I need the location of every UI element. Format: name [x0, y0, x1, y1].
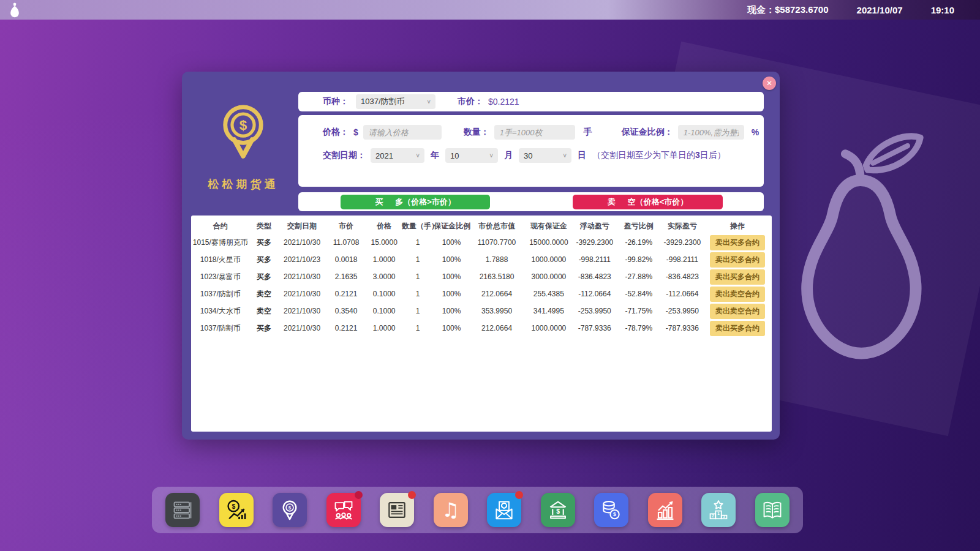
column-header: 保证金比例	[434, 218, 469, 234]
contract-cell: 1023/暴富币	[191, 268, 250, 285]
deposit-cell: 255.4385	[524, 285, 573, 302]
floating-pl-cell: -998.2111	[573, 251, 616, 268]
pl-ratio-cell: -78.79%	[616, 320, 662, 337]
market-price-cell: 0.2121	[326, 285, 366, 302]
market-value-cell: 1.7888	[469, 251, 524, 268]
year-select[interactable]: 2021˅	[371, 148, 424, 163]
action-cell: 卖出买多合约	[703, 320, 772, 337]
column-header: 浮动盈亏	[573, 218, 616, 234]
pl-ratio-cell: -52.84%	[616, 285, 662, 302]
table-row: 1018/火星币 买多 2021/10/23 0.0018 1.0000 1 1…	[191, 251, 772, 268]
actual-pl-cell: -253.9950	[662, 302, 703, 320]
sell-contract-button[interactable]: 卖出买多合约	[710, 252, 765, 268]
column-header: 合约	[191, 218, 250, 234]
action-cell: 卖出买多合约	[703, 234, 772, 251]
coins-app[interactable]: $	[594, 493, 628, 527]
currency-select[interactable]: 1037/防割币 ˅	[356, 94, 435, 109]
market-value-cell: 212.0664	[469, 285, 524, 302]
contracts-header-row: 合约类型交割日期市价价格数量（手）保证金比例市价总市值现有保证金浮动盈亏盈亏比例…	[191, 218, 772, 234]
pear-wallpaper-icon	[773, 127, 948, 375]
futures-trading-window: ✕ $ 松松期货通 币种： 1037/防割币 ˅ 市价： $0.2121	[182, 72, 780, 440]
price-input[interactable]	[363, 125, 442, 140]
column-header: 市价总市值	[469, 218, 524, 234]
server-app[interactable]	[165, 493, 200, 527]
action-cell: 卖出卖空合约	[703, 302, 772, 320]
day-select[interactable]: 30˅	[519, 148, 571, 163]
contract-cell: 1037/防割币	[191, 285, 250, 302]
table-row: 1037/防割币 买多 2021/10/30 0.2121 1.0000 1 1…	[191, 320, 772, 337]
delivery-date-cell: 2021/10/30	[278, 234, 326, 251]
dollar-pin-icon: $	[217, 101, 270, 168]
svg-text:$: $	[613, 511, 616, 517]
chat-icon	[332, 498, 355, 522]
delivery-date-cell: 2021/10/30	[278, 302, 326, 320]
news-app[interactable]	[380, 493, 414, 527]
server-icon	[171, 498, 194, 522]
action-cell: 卖出卖空合约	[703, 285, 772, 302]
deposit-cell: 3000.0000	[524, 268, 573, 285]
market-value-cell: 11070.7700	[469, 234, 524, 251]
desktop: 现金：$58723.6700 2021/10/07 19:10 ✕ $ 松松期货…	[0, 0, 980, 551]
column-header: 类型	[250, 218, 278, 234]
chat-app[interactable]	[326, 493, 361, 527]
sell-short-button[interactable]: 卖空（价格<市价）	[573, 195, 723, 209]
market-price-cell: 0.3540	[326, 302, 366, 320]
market-price-cell: 2.1635	[326, 268, 366, 285]
sell-contract-button[interactable]: 卖出买多合约	[710, 321, 765, 336]
table-row: 1015/赛博朋克币 买多 2021/10/30 11.0708 15.0000…	[191, 234, 772, 251]
deposit-cell: 1000.0000	[524, 251, 573, 268]
contract-cell: 1034/大水币	[191, 302, 250, 320]
top-status-bar: 现金：$58723.6700 2021/10/07 19:10	[0, 0, 980, 20]
floating-pl-cell: -253.9950	[573, 302, 616, 320]
rank-app[interactable]: 2 1 3	[701, 493, 736, 527]
margin-input[interactable]	[678, 125, 744, 140]
market-price-value: $0.2121	[488, 97, 519, 107]
contracts-table: 合约类型交割日期市价价格数量（手）保证金比例市价总市值现有保证金浮动盈亏盈亏比例…	[191, 218, 772, 337]
column-header: 数量（手）	[402, 218, 434, 234]
futures-app[interactable]: $	[273, 493, 307, 527]
quantity-cell: 1	[402, 320, 434, 337]
stock-app[interactable]: $	[219, 493, 254, 527]
quantity-cell: 1	[402, 302, 434, 320]
svg-text:3: 3	[723, 515, 725, 519]
bank-app[interactable]: $	[541, 493, 575, 527]
type-cell: 卖空	[250, 285, 278, 302]
contracts-tbody: 1015/赛博朋克币 买多 2021/10/30 11.0708 15.0000…	[191, 234, 772, 337]
actual-pl-cell: -998.2111	[662, 251, 703, 268]
music-app[interactable]: ♫	[434, 493, 468, 527]
type-cell: 买多	[250, 234, 278, 251]
sell-contract-button[interactable]: 卖出卖空合约	[710, 287, 765, 302]
column-header: 市价	[326, 218, 366, 234]
contract-cell: 1015/赛博朋克币	[191, 234, 250, 251]
stock-chart-icon: $	[225, 498, 248, 522]
qty-input[interactable]	[494, 125, 575, 140]
contract-cell: 1018/火星币	[191, 251, 250, 268]
trade-button-bar: 买多（价格>市价） 卖空（价格<市价）	[298, 192, 764, 211]
buy-long-button[interactable]: 买多（价格>市价）	[341, 195, 490, 209]
cash-display: 现金：$58723.6700	[747, 4, 829, 16]
mail-app[interactable]	[487, 493, 521, 527]
chevron-down-icon: ˅	[421, 99, 431, 105]
date-hint: （交割日期至少为下单日的3日后）	[592, 150, 726, 161]
chart-app[interactable]	[648, 493, 682, 527]
futures-pin-icon: $	[278, 498, 301, 522]
sell-contract-button[interactable]: 卖出买多合约	[710, 269, 765, 285]
svg-text:$: $	[239, 118, 247, 133]
bank-icon: $	[546, 498, 570, 522]
pl-ratio-cell: -99.82%	[616, 251, 662, 268]
sell-contract-button[interactable]: 卖出买多合约	[710, 235, 765, 250]
book-app[interactable]	[755, 493, 790, 527]
margin-label: 保证金比例：	[622, 127, 673, 138]
margin-unit: %	[752, 127, 759, 137]
type-cell: 卖空	[250, 302, 278, 320]
floating-pl-cell: -836.4823	[573, 268, 616, 285]
margin-ratio-cell: 100%	[434, 251, 469, 268]
sell-contract-button[interactable]: 卖出卖空合约	[710, 304, 765, 319]
notification-badge	[355, 491, 363, 499]
close-icon[interactable]: ✕	[763, 77, 776, 90]
column-header: 实际盈亏	[662, 218, 703, 234]
month-select[interactable]: 10˅	[445, 148, 498, 163]
quantity-cell: 1	[402, 268, 434, 285]
type-cell: 买多	[250, 268, 278, 285]
price-cell: 0.1000	[366, 302, 402, 320]
